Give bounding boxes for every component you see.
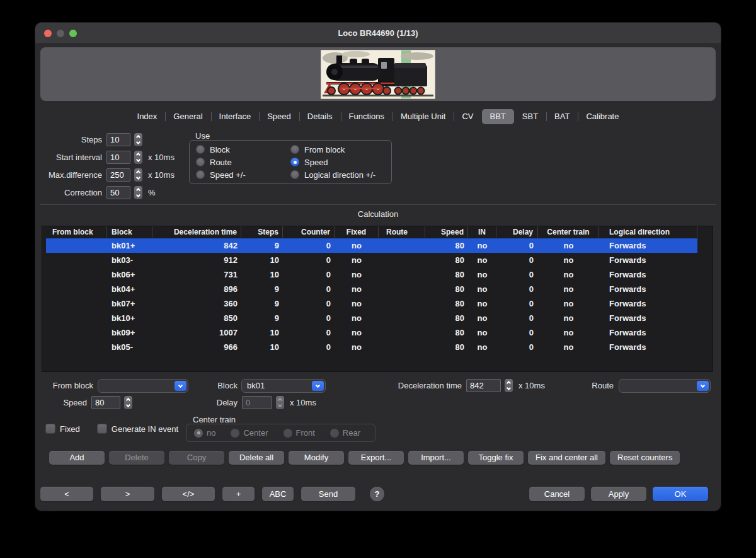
title-bar[interactable]: Loco BR44690 (1/13) xyxy=(35,23,721,44)
table-row[interactable]: bk06+731100no80no0noForwards xyxy=(46,267,697,282)
table-row[interactable]: bk01+84290no80no0noForwards xyxy=(46,238,697,253)
table-cell: 0 xyxy=(283,325,335,340)
number-input[interactable]: 10 xyxy=(106,133,130,146)
delay-input[interactable]: 0 xyxy=(242,396,272,409)
action-button[interactable]: Toggle fix xyxy=(468,451,524,465)
table-cell: bk10+ xyxy=(107,311,152,325)
nav-button[interactable]: </> xyxy=(162,487,215,501)
column-header[interactable]: Route xyxy=(379,226,425,238)
number-input[interactable]: 250 xyxy=(106,168,130,182)
zoom-button[interactable] xyxy=(69,30,77,37)
center-train-option[interactable]: Rear xyxy=(330,427,360,439)
stepper-control[interactable] xyxy=(124,396,132,409)
tab[interactable]: General xyxy=(165,109,210,124)
tab[interactable]: Functions xyxy=(341,109,392,124)
use-radio-option[interactable]: Block xyxy=(196,143,290,156)
close-button[interactable] xyxy=(44,30,52,37)
stepper-control[interactable] xyxy=(134,186,142,199)
table-cell: 10 xyxy=(241,253,283,267)
stepper-control[interactable] xyxy=(134,133,142,146)
action-button[interactable]: Modify xyxy=(289,451,344,465)
column-header[interactable]: IN xyxy=(468,226,496,238)
block-dropdown[interactable]: bk01 xyxy=(241,379,326,393)
column-header[interactable]: Block xyxy=(107,226,152,238)
fixed-checkbox[interactable] xyxy=(45,424,55,434)
action-button-row: Add Delete Copy Delete all Modify Export… xyxy=(49,451,680,465)
column-header[interactable]: Logical direction xyxy=(599,226,697,238)
nav-button[interactable]: Send xyxy=(301,487,355,501)
center-train-option[interactable]: Front xyxy=(284,427,315,439)
chevron-down-icon xyxy=(312,381,324,391)
action-button[interactable]: Delete all xyxy=(229,451,284,465)
column-header[interactable]: Speed xyxy=(425,226,468,238)
tab[interactable]: Details xyxy=(299,109,341,124)
tab[interactable]: Interface xyxy=(211,109,260,124)
nav-button[interactable]: < xyxy=(40,487,93,501)
column-header[interactable]: Center train xyxy=(538,226,599,238)
speed-input[interactable]: 80 xyxy=(91,396,120,409)
use-radio-option[interactable]: From block xyxy=(290,143,391,156)
table-cell: no xyxy=(468,340,496,354)
tab[interactable]: Multiple Unit xyxy=(392,109,454,124)
column-header[interactable]: From block xyxy=(46,226,107,238)
center-train-option[interactable]: Center xyxy=(231,427,268,439)
action-button[interactable]: Fix and center all xyxy=(528,451,605,465)
help-button[interactable]: ? xyxy=(370,487,384,501)
center-train-option[interactable]: no xyxy=(194,427,215,439)
table-cell: 0 xyxy=(496,238,538,253)
stepper-control[interactable] xyxy=(276,396,284,409)
tab[interactable]: Speed xyxy=(259,109,299,124)
tab[interactable]: CV xyxy=(454,109,481,124)
minimize-button[interactable] xyxy=(57,30,64,37)
action-button[interactable]: Copy xyxy=(169,451,224,465)
table-cell: 80 xyxy=(425,340,468,354)
use-radio-option[interactable]: Speed +/- xyxy=(196,168,290,181)
route-dropdown[interactable] xyxy=(619,379,711,393)
column-header[interactable]: Steps xyxy=(241,226,283,238)
nav-button[interactable]: + xyxy=(222,487,255,501)
dialog-button[interactable]: OK xyxy=(653,487,708,501)
table-row[interactable]: bk07+36090no80no0noForwards xyxy=(46,296,697,311)
radio-icon xyxy=(290,170,299,179)
number-input[interactable]: 10 xyxy=(106,151,130,164)
dialog-button[interactable]: Apply xyxy=(591,487,646,501)
stepper-control[interactable] xyxy=(134,168,142,182)
use-radio-option[interactable]: Speed xyxy=(290,156,391,168)
nav-button[interactable]: > xyxy=(101,487,154,501)
table-row[interactable]: bk05-966100no80no0noForwards xyxy=(46,340,697,354)
column-header[interactable]: Deceleration time xyxy=(152,226,241,238)
tab[interactable]: SBT xyxy=(514,109,546,124)
from-block-dropdown[interactable] xyxy=(98,379,188,393)
fixed-checkbox-label: Fixed xyxy=(60,424,80,434)
column-header[interactable]: Counter xyxy=(283,226,335,238)
table-cell: 10 xyxy=(241,267,283,282)
action-button[interactable]: Reset counters xyxy=(610,451,680,465)
tab[interactable]: Index xyxy=(129,109,166,124)
loco-image-panel xyxy=(40,47,716,101)
nav-button[interactable]: ABC xyxy=(262,487,294,501)
table-row[interactable]: bk09+1007100no80no0noForwards xyxy=(46,325,697,340)
action-button[interactable]: Add xyxy=(49,451,105,465)
step-up-icon xyxy=(136,170,140,174)
stepper-control[interactable] xyxy=(505,379,513,392)
column-header[interactable]: Fixed xyxy=(335,226,379,238)
use-radio-option[interactable]: Logical direction +/- xyxy=(290,168,391,181)
action-button[interactable]: Export... xyxy=(348,451,404,465)
deceleration-time-input[interactable]: 842 xyxy=(466,379,501,392)
dialog-button[interactable]: Cancel xyxy=(529,487,585,501)
table-cell xyxy=(379,253,425,267)
tab[interactable]: BAT xyxy=(546,109,578,124)
field-suffix: x 10ms xyxy=(148,170,175,180)
action-button[interactable]: Import... xyxy=(408,451,464,465)
action-button[interactable]: Delete xyxy=(109,451,164,465)
number-input[interactable]: 50 xyxy=(106,186,130,199)
table-row[interactable]: bk10+85090no80no0noForwards xyxy=(46,311,697,325)
table-row[interactable]: bk04+89690no80no0noForwards xyxy=(46,282,697,296)
table-row[interactable]: bk03-912100no80no0noForwards xyxy=(46,253,697,267)
generate-in-event-checkbox[interactable] xyxy=(97,424,107,434)
tab[interactable]: BBT xyxy=(482,109,514,124)
use-radio-option[interactable]: Route xyxy=(196,156,290,168)
tab[interactable]: Calibrate xyxy=(578,109,627,124)
stepper-control[interactable] xyxy=(134,151,142,164)
column-header[interactable]: Delay xyxy=(496,226,538,238)
